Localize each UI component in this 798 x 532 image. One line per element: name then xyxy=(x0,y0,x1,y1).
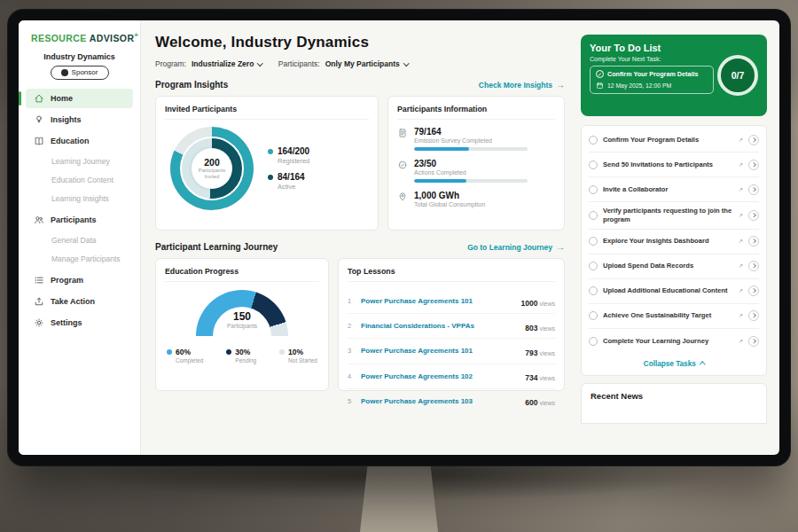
filter-bar: Program: Industrialize Zero Participants… xyxy=(155,59,565,68)
task-checkbox[interactable] xyxy=(589,185,598,194)
section-title: Program Insights xyxy=(155,80,228,90)
actions-progress-track xyxy=(414,179,528,183)
check-icon: ✓ xyxy=(596,70,604,78)
sidebar-item-education-content[interactable]: Education Content xyxy=(19,171,140,190)
education-legend-dot xyxy=(226,349,231,355)
task-checkbox[interactable] xyxy=(589,237,598,246)
sidebar-item-learning-journey[interactable]: Learning Journey xyxy=(19,153,140,171)
education-legend-dot xyxy=(167,349,172,355)
task-row-invite-collaborator[interactable]: Invite a Collaborator ↗ xyxy=(589,177,759,202)
sidebar-item-home[interactable]: Home xyxy=(26,89,133,108)
lesson-link[interactable]: Power Purchase Agreements 101 xyxy=(361,347,520,355)
people-icon xyxy=(34,215,44,225)
sidebar-item-education[interactable]: Education xyxy=(26,131,133,151)
task-checkbox[interactable] xyxy=(589,311,598,320)
sponsor-badge[interactable]: Sponsor xyxy=(51,66,109,80)
info-row-actions: 23/50 Actions Completed xyxy=(397,159,555,183)
sidebar-item-insights[interactable]: Insights xyxy=(26,110,133,129)
home-icon xyxy=(34,93,44,104)
chevron-right-icon[interactable] xyxy=(748,160,759,170)
sidebar-item-label: Participants xyxy=(51,215,97,224)
task-row-verify-participants[interactable]: Verify participants requesting to join t… xyxy=(589,202,759,230)
task-row-upload-spend-data[interactable]: Upload Spend Data Records ↗ xyxy=(589,254,759,279)
top-lessons-card: Top Lessons 1 Power Purchase Agreements … xyxy=(338,258,565,391)
sidebar-item-learning-insights[interactable]: Learning Insights xyxy=(19,190,140,208)
sidebar-item-general-data[interactable]: General Data xyxy=(19,231,140,250)
education-gauge-chart: 150 Participants xyxy=(196,290,288,336)
learning-journey-header: Participant Learning Journey Go to Learn… xyxy=(155,242,565,252)
task-checkbox[interactable] xyxy=(589,160,598,169)
page-title: Welcome, Industry Dynamics xyxy=(155,34,565,51)
card-title: Participants Information xyxy=(397,105,555,120)
lesson-link[interactable]: Financial Considerations - VPPAs xyxy=(361,322,520,330)
card-title: Education Progress xyxy=(165,267,319,282)
sidebar-item-take-action[interactable]: Take Action xyxy=(26,292,133,311)
sidebar-item-label: Education xyxy=(51,137,90,145)
next-task-box[interactable]: ✓ Confirm Your Program Details 12 May 20… xyxy=(590,66,714,94)
chevron-right-icon[interactable] xyxy=(748,210,759,221)
logo-secondary: ADVISOR xyxy=(90,33,135,43)
task-row-confirm-details[interactable]: Confirm Your Program Details ↗ xyxy=(589,128,759,153)
sidebar-item-label: Program xyxy=(51,276,83,285)
task-row-achieve-target[interactable]: Achieve One Sustainability Target ↗ xyxy=(589,304,759,329)
sidebar-item-settings[interactable]: Settings xyxy=(26,313,133,332)
participants-information-card: Participants Information 79/164 Emission… xyxy=(387,96,565,231)
participants-select[interactable]: Only My Participants xyxy=(325,59,409,68)
task-checkbox[interactable] xyxy=(589,262,598,270)
lesson-link[interactable]: Power Purchase Agreements 102 xyxy=(361,372,520,380)
chevron-down-icon xyxy=(403,60,409,66)
gear-icon xyxy=(34,317,44,328)
chevron-right-icon[interactable] xyxy=(748,135,759,145)
sidebar-item-participants[interactable]: Participants xyxy=(26,210,133,230)
section-title: Participant Learning Journey xyxy=(155,242,278,252)
education-legend-dot xyxy=(279,349,285,355)
legend-item-completed: 60% Completed xyxy=(167,348,203,364)
book-icon xyxy=(34,136,44,146)
program-insights-header: Program Insights Check More Insights→ xyxy=(155,80,565,90)
lesson-link[interactable]: Power Purchase Agreements 103 xyxy=(361,397,520,405)
task-row-upload-educational-content[interactable]: Upload Additional Educational Content ↗ xyxy=(589,279,759,304)
lesson-link[interactable]: Power Purchase Agreements 101 xyxy=(361,297,516,305)
arrow-right-icon: → xyxy=(556,81,565,90)
calendar-icon xyxy=(596,82,604,90)
next-task-label: Confirm Your Program Details xyxy=(607,70,698,78)
todo-progress-ring: 0/7 xyxy=(717,55,758,96)
list-icon xyxy=(34,275,44,286)
lesson-row: 5 Power Purchase Agreements 103 600views xyxy=(348,389,555,413)
task-row-complete-learning-journey[interactable]: Complete Your Learning Journey ↗ xyxy=(589,329,759,354)
task-checkbox[interactable] xyxy=(589,136,598,145)
chevron-right-icon[interactable] xyxy=(748,236,759,246)
sidebar-item-program[interactable]: Program xyxy=(26,270,133,290)
participants-filter-label: Participants: xyxy=(278,59,320,68)
logo-plus: + xyxy=(134,31,138,39)
actions-check-icon xyxy=(397,160,408,170)
chevron-right-icon[interactable] xyxy=(748,286,759,296)
photo-background: RESOURCEADVISOR+ Industry Dynamics Spons… xyxy=(0,0,798,532)
recent-news-card: Recent News xyxy=(581,383,767,424)
recent-news-title: Recent News xyxy=(591,391,757,401)
chevron-right-icon[interactable] xyxy=(748,184,759,195)
task-row-send-invitations[interactable]: Send 50 Invitations to Participants ↗ xyxy=(589,153,759,177)
task-row-explore-insights[interactable]: Explore Your Insights Dashboard ↗ xyxy=(589,230,759,254)
task-checkbox[interactable] xyxy=(589,286,598,295)
task-checkbox[interactable] xyxy=(589,211,598,220)
chevron-right-icon[interactable] xyxy=(748,336,759,347)
info-row-survey: 79/164 Emission Survey Completed xyxy=(397,127,555,151)
external-link-icon: ↗ xyxy=(739,238,743,245)
external-link-icon: ↗ xyxy=(739,161,743,168)
chevron-right-icon[interactable] xyxy=(748,261,759,271)
task-checkbox[interactable] xyxy=(589,337,598,346)
monitor-stand xyxy=(360,463,438,532)
go-to-learning-journey-link[interactable]: Go to Learning Journey→ xyxy=(467,243,565,252)
sidebar-item-manage-participants[interactable]: Manage Participants xyxy=(19,250,140,269)
collapse-tasks-link[interactable]: Collapse Tasks xyxy=(589,354,759,372)
chevron-down-icon xyxy=(257,60,262,66)
donut-center: 200 Participants Invited xyxy=(192,148,232,189)
pin-icon xyxy=(397,192,408,202)
todo-panel: Your To Do List Complete Your Next Task:… xyxy=(574,20,779,455)
check-more-insights-link[interactable]: Check More Insights→ xyxy=(479,81,565,90)
chevron-right-icon[interactable] xyxy=(748,310,759,321)
program-select[interactable]: Industrialize Zero xyxy=(192,59,262,68)
external-link-icon: ↗ xyxy=(739,338,743,345)
legend-item-not-started: 10% Not Started xyxy=(279,348,317,364)
